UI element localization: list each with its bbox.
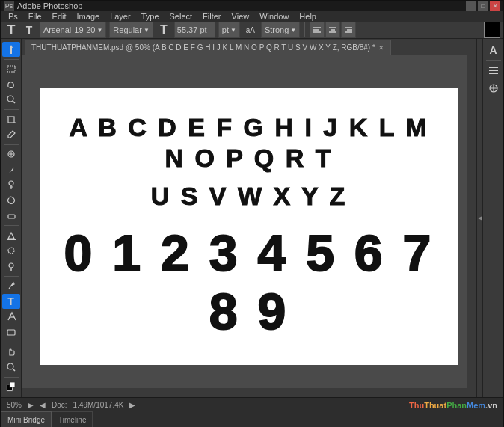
eraser-tool[interactable] <box>2 209 20 224</box>
crop-tool[interactable] <box>2 112 20 127</box>
menu-help[interactable]: Help <box>295 11 321 22</box>
svg-marker-9 <box>10 45 13 54</box>
pen-tool[interactable] <box>2 279 20 294</box>
watermark-vn: .vn <box>485 401 497 410</box>
photoshop-window: Ps Adobe Photoshop — □ ✕ Ps File Edit Im… <box>0 0 504 427</box>
watermark: ThuThuatPhanMem.vn <box>409 398 497 411</box>
menu-image[interactable]: Image <box>73 11 105 22</box>
timeline-label: Timeline <box>58 416 86 424</box>
mini-bridge-tab[interactable]: Mini Bridge <box>1 411 52 427</box>
minimize-button[interactable]: — <box>466 1 476 11</box>
dodge-tool[interactable] <box>2 259 20 274</box>
scroll-right[interactable] <box>467 55 476 397</box>
font-size-input[interactable] <box>174 22 215 38</box>
numbers-text: 0 1 2 3 4 5 6 7 8 9 <box>55 224 443 340</box>
tool-sep-2 <box>4 109 19 110</box>
doc-label: Doc: <box>52 401 67 409</box>
font-family-dropdown[interactable]: Arsenal 19-20 ▼ <box>40 22 106 38</box>
tool-sep-3 <box>4 144 19 145</box>
brush-tool[interactable] <box>2 162 20 177</box>
svg-rect-14 <box>8 117 14 123</box>
menu-type[interactable]: Type <box>137 11 164 22</box>
move-tool[interactable] <box>2 42 20 57</box>
svg-point-12 <box>7 96 13 102</box>
tool-sep-5 <box>4 276 19 277</box>
doc-arrow[interactable]: ▶ <box>129 401 135 409</box>
alphabet-line1: A B C D E F G H I J K L M N O P Q R T <box>55 112 443 173</box>
menu-file[interactable]: File <box>24 11 46 22</box>
svg-rect-27 <box>7 330 15 335</box>
size-icon: T <box>156 23 171 37</box>
tool-sep-1 <box>4 59 19 60</box>
anti-alias-dropdown[interactable]: Strong ▼ <box>261 22 300 38</box>
status-bar: 50% ▶ ◀ Doc: 1.49M/1017.4K ▶ ThuThuatPha… <box>1 397 503 411</box>
layers-panel-btn[interactable] <box>485 62 502 79</box>
svg-point-24 <box>9 263 13 268</box>
hand-tool[interactable] <box>2 344 20 359</box>
zoom-tool[interactable] <box>2 360 20 375</box>
svg-rect-32 <box>10 382 15 387</box>
mini-bridge-label: Mini Bridge <box>7 416 45 424</box>
character-panel-btn[interactable]: A <box>485 42 502 58</box>
clone-stamp-tool[interactable] <box>2 178 20 193</box>
menu-ps[interactable]: Ps <box>4 11 22 22</box>
blur-tool[interactable] <box>2 244 20 259</box>
shape-tool[interactable] <box>2 325 20 340</box>
scroll-bottom[interactable] <box>22 388 467 397</box>
healing-brush-tool[interactable] <box>2 147 20 162</box>
nav-prev[interactable]: ◀ <box>40 401 46 409</box>
paint-bucket-tool[interactable] <box>2 228 20 243</box>
tab-title: THUTHUATPHANMEM.psd @ 50% (A B C D E F G… <box>31 43 375 52</box>
align-center-button[interactable] <box>325 22 340 38</box>
menu-bar: Ps File Edit Image Layer Type Select Fil… <box>1 11 503 22</box>
history-brush-tool[interactable] <box>2 193 20 208</box>
maximize-button[interactable]: □ <box>478 1 488 11</box>
main-layout: T <box>1 39 503 397</box>
menu-filter[interactable]: Filter <box>198 11 225 22</box>
timeline-tab[interactable]: Timeline <box>52 411 93 427</box>
menu-select[interactable]: Select <box>165 11 197 22</box>
right-panel: A <box>482 39 503 397</box>
watermark-thu: Thu <box>409 401 424 410</box>
white-canvas: A B C D E F G H I J K L M N O P Q R T U … <box>40 88 458 365</box>
font-dropdown-arrow: ▼ <box>96 27 102 34</box>
watermark-phan: Phan <box>446 401 467 410</box>
bottom-tab-bar: Mini Bridge Timeline <box>1 411 503 427</box>
options-bar: T T Arsenal 19-20 ▼ Regular ▼ T pt ▼ aA … <box>1 22 503 39</box>
align-left-button[interactable] <box>310 22 325 38</box>
svg-rect-33 <box>489 73 498 74</box>
menu-view[interactable]: View <box>227 11 254 22</box>
separator-1 <box>304 22 305 37</box>
left-toolbar: T <box>1 39 22 397</box>
menu-edit[interactable]: Edit <box>48 11 71 22</box>
align-right-button[interactable] <box>341 22 356 38</box>
lasso-tool[interactable] <box>2 77 20 92</box>
doc-canvas: A B C D E F G H I J K L M N O P Q R T U … <box>22 55 476 397</box>
collapse-handle[interactable]: ◀ <box>476 39 482 397</box>
svg-line-29 <box>13 369 15 371</box>
zoom-arrow[interactable]: ▶ <box>28 401 34 409</box>
quick-select-tool[interactable] <box>2 92 20 107</box>
document-tab[interactable]: THUTHUATPHANMEM.psd @ 50% (A B C D E F G… <box>25 40 391 55</box>
font-style-dropdown[interactable]: Regular ▼ <box>109 22 153 38</box>
eyedropper-tool[interactable] <box>2 127 20 142</box>
foreground-bg-colors[interactable] <box>2 379 20 394</box>
type-tool[interactable]: T <box>2 294 20 309</box>
text-color-swatch[interactable] <box>484 22 500 38</box>
title-bar-controls: — □ ✕ <box>466 1 500 11</box>
menu-window[interactable]: Window <box>255 11 293 22</box>
menu-layer[interactable]: Layer <box>105 11 135 22</box>
right-sep-1 <box>486 60 501 61</box>
tab-bar: THUTHUATPHANMEM.psd @ 50% (A B C D E F G… <box>22 39 476 55</box>
marquee-tool[interactable] <box>2 61 20 76</box>
close-button[interactable]: ✕ <box>490 1 500 11</box>
svg-point-28 <box>7 363 13 369</box>
ps-icon: Ps <box>4 1 14 11</box>
tab-close-button[interactable]: ✕ <box>378 44 384 52</box>
svg-point-23 <box>8 248 14 254</box>
tool-sep-4 <box>4 225 19 226</box>
size-unit-dropdown[interactable]: pt ▼ <box>218 22 240 38</box>
adjustments-panel-btn[interactable] <box>485 80 502 96</box>
path-select-tool[interactable] <box>2 310 20 325</box>
align-buttons <box>310 22 356 38</box>
